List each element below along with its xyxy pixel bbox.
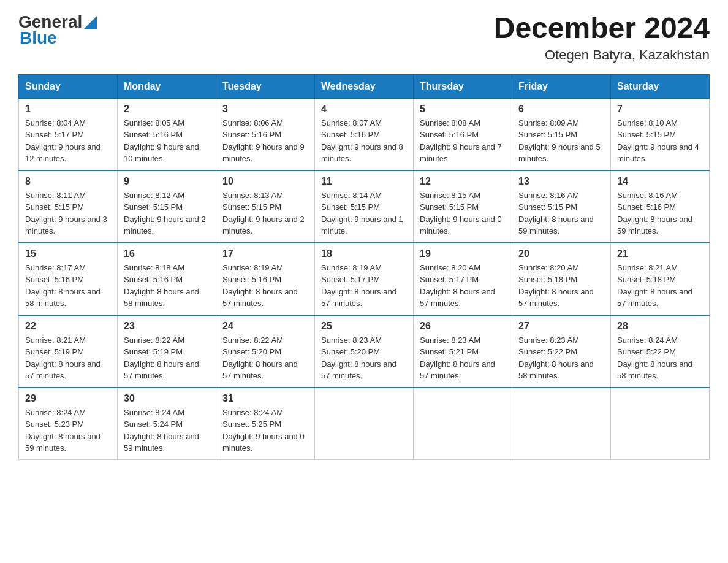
day-info: Sunrise: 8:20 AMSunset: 5:17 PMDaylight:… — [420, 262, 506, 310]
weekday-header-thursday: Thursday — [414, 74, 512, 98]
day-number: 31 — [222, 393, 308, 404]
day-info: Sunrise: 8:24 AMSunset: 5:23 PMDaylight:… — [25, 407, 111, 454]
day-number: 12 — [420, 176, 506, 187]
day-info: Sunrise: 8:16 AMSunset: 5:15 PMDaylight:… — [518, 190, 604, 237]
calendar-cell: 19Sunrise: 8:20 AMSunset: 5:17 PMDayligh… — [414, 243, 512, 315]
week-row-1: 1Sunrise: 8:04 AMSunset: 5:17 PMDaylight… — [19, 98, 710, 170]
day-number: 13 — [518, 176, 604, 187]
day-info: Sunrise: 8:19 AMSunset: 5:17 PMDaylight:… — [321, 262, 407, 310]
day-number: 26 — [420, 321, 506, 332]
calendar-cell: 24Sunrise: 8:22 AMSunset: 5:20 PMDayligh… — [216, 315, 315, 388]
calendar-cell: 18Sunrise: 8:19 AMSunset: 5:17 PMDayligh… — [315, 243, 414, 315]
day-info: Sunrise: 8:24 AMSunset: 5:22 PMDaylight:… — [617, 334, 703, 382]
day-number: 17 — [222, 248, 308, 259]
day-info: Sunrise: 8:21 AMSunset: 5:19 PMDaylight:… — [25, 334, 111, 382]
calendar-cell: 11Sunrise: 8:14 AMSunset: 5:15 PMDayligh… — [315, 170, 414, 243]
day-number: 11 — [321, 176, 407, 187]
weekday-header-tuesday: Tuesday — [216, 74, 315, 98]
day-info: Sunrise: 8:19 AMSunset: 5:16 PMDaylight:… — [222, 262, 308, 310]
day-number: 18 — [321, 248, 407, 259]
calendar-cell: 2Sunrise: 8:05 AMSunset: 5:16 PMDaylight… — [118, 98, 216, 170]
calendar-cell: 17Sunrise: 8:19 AMSunset: 5:16 PMDayligh… — [216, 243, 315, 315]
day-number: 22 — [25, 321, 111, 332]
day-number: 21 — [617, 248, 703, 259]
day-info: Sunrise: 8:09 AMSunset: 5:15 PMDaylight:… — [518, 117, 604, 165]
day-number: 28 — [617, 321, 703, 332]
day-number: 19 — [420, 248, 506, 259]
day-info: Sunrise: 8:11 AMSunset: 5:15 PMDaylight:… — [25, 190, 111, 237]
day-number: 4 — [321, 104, 407, 115]
day-info: Sunrise: 8:16 AMSunset: 5:16 PMDaylight:… — [617, 190, 703, 237]
day-info: Sunrise: 8:08 AMSunset: 5:16 PMDaylight:… — [420, 117, 506, 165]
day-info: Sunrise: 8:24 AMSunset: 5:25 PMDaylight:… — [222, 407, 308, 454]
week-row-4: 22Sunrise: 8:21 AMSunset: 5:19 PMDayligh… — [19, 315, 710, 388]
day-number: 15 — [25, 248, 111, 259]
day-info: Sunrise: 8:14 AMSunset: 5:15 PMDaylight:… — [321, 190, 407, 237]
calendar-cell: 10Sunrise: 8:13 AMSunset: 5:15 PMDayligh… — [216, 170, 315, 243]
calendar-cell: 5Sunrise: 8:08 AMSunset: 5:16 PMDaylight… — [414, 98, 512, 170]
day-number: 20 — [518, 248, 604, 259]
logo-triangle-icon — [83, 16, 97, 29]
calendar-cell: 12Sunrise: 8:15 AMSunset: 5:15 PMDayligh… — [414, 170, 512, 243]
calendar-cell: 3Sunrise: 8:06 AMSunset: 5:16 PMDaylight… — [216, 98, 315, 170]
month-title: December 2024 — [494, 12, 710, 45]
day-info: Sunrise: 8:10 AMSunset: 5:15 PMDaylight:… — [617, 117, 703, 165]
calendar-cell: 4Sunrise: 8:07 AMSunset: 5:16 PMDaylight… — [315, 98, 414, 170]
calendar-cell: 13Sunrise: 8:16 AMSunset: 5:15 PMDayligh… — [512, 170, 611, 243]
week-row-5: 29Sunrise: 8:24 AMSunset: 5:23 PMDayligh… — [19, 388, 710, 460]
logo-text-blue: Blue — [20, 28, 57, 48]
calendar-cell — [611, 388, 710, 460]
calendar-cell: 23Sunrise: 8:22 AMSunset: 5:19 PMDayligh… — [118, 315, 216, 388]
weekday-header-monday: Monday — [118, 74, 216, 98]
logo: General Blue — [18, 12, 97, 48]
calendar-cell: 22Sunrise: 8:21 AMSunset: 5:19 PMDayligh… — [19, 315, 118, 388]
day-info: Sunrise: 8:23 AMSunset: 5:22 PMDaylight:… — [518, 334, 604, 382]
day-number: 25 — [321, 321, 407, 332]
week-row-3: 15Sunrise: 8:17 AMSunset: 5:16 PMDayligh… — [19, 243, 710, 315]
day-number: 10 — [222, 176, 308, 187]
day-info: Sunrise: 8:06 AMSunset: 5:16 PMDaylight:… — [222, 117, 308, 165]
day-info: Sunrise: 8:22 AMSunset: 5:19 PMDaylight:… — [124, 334, 210, 382]
calendar-cell: 8Sunrise: 8:11 AMSunset: 5:15 PMDaylight… — [19, 170, 118, 243]
day-number: 23 — [124, 321, 210, 332]
calendar-cell: 31Sunrise: 8:24 AMSunset: 5:25 PMDayligh… — [216, 388, 315, 460]
day-number: 29 — [25, 393, 111, 404]
day-info: Sunrise: 8:23 AMSunset: 5:20 PMDaylight:… — [321, 334, 407, 382]
calendar-cell: 16Sunrise: 8:18 AMSunset: 5:16 PMDayligh… — [118, 243, 216, 315]
weekday-header-sunday: Sunday — [19, 74, 118, 98]
week-row-2: 8Sunrise: 8:11 AMSunset: 5:15 PMDaylight… — [19, 170, 710, 243]
day-number: 27 — [518, 321, 604, 332]
day-number: 5 — [420, 104, 506, 115]
calendar-cell: 30Sunrise: 8:24 AMSunset: 5:24 PMDayligh… — [118, 388, 216, 460]
calendar-cell: 21Sunrise: 8:21 AMSunset: 5:18 PMDayligh… — [611, 243, 710, 315]
day-number: 30 — [124, 393, 210, 404]
calendar-cell: 20Sunrise: 8:20 AMSunset: 5:18 PMDayligh… — [512, 243, 611, 315]
weekday-header-wednesday: Wednesday — [315, 74, 414, 98]
day-number: 14 — [617, 176, 703, 187]
day-number: 8 — [25, 176, 111, 187]
day-info: Sunrise: 8:04 AMSunset: 5:17 PMDaylight:… — [25, 117, 111, 165]
weekday-header-friday: Friday — [512, 74, 611, 98]
day-info: Sunrise: 8:15 AMSunset: 5:15 PMDaylight:… — [420, 190, 506, 237]
calendar-cell: 26Sunrise: 8:23 AMSunset: 5:21 PMDayligh… — [414, 315, 512, 388]
day-number: 2 — [124, 104, 210, 115]
day-number: 6 — [518, 104, 604, 115]
calendar-cell — [315, 388, 414, 460]
weekday-header-saturday: Saturday — [611, 74, 710, 98]
calendar-cell — [512, 388, 611, 460]
weekday-header-row: SundayMondayTuesdayWednesdayThursdayFrid… — [19, 74, 710, 98]
calendar-cell: 25Sunrise: 8:23 AMSunset: 5:20 PMDayligh… — [315, 315, 414, 388]
calendar-cell — [414, 388, 512, 460]
day-info: Sunrise: 8:18 AMSunset: 5:16 PMDaylight:… — [124, 262, 210, 310]
calendar-cell: 29Sunrise: 8:24 AMSunset: 5:23 PMDayligh… — [19, 388, 118, 460]
svg-marker-0 — [83, 16, 97, 29]
day-number: 9 — [124, 176, 210, 187]
day-info: Sunrise: 8:05 AMSunset: 5:16 PMDaylight:… — [124, 117, 210, 165]
day-info: Sunrise: 8:13 AMSunset: 5:15 PMDaylight:… — [222, 190, 308, 237]
day-number: 1 — [25, 104, 111, 115]
day-number: 3 — [222, 104, 308, 115]
page-header: General Blue December 2024 Otegen Batyra… — [18, 12, 710, 63]
calendar-cell: 1Sunrise: 8:04 AMSunset: 5:17 PMDaylight… — [19, 98, 118, 170]
calendar-cell: 7Sunrise: 8:10 AMSunset: 5:15 PMDaylight… — [611, 98, 710, 170]
calendar-cell: 15Sunrise: 8:17 AMSunset: 5:16 PMDayligh… — [19, 243, 118, 315]
